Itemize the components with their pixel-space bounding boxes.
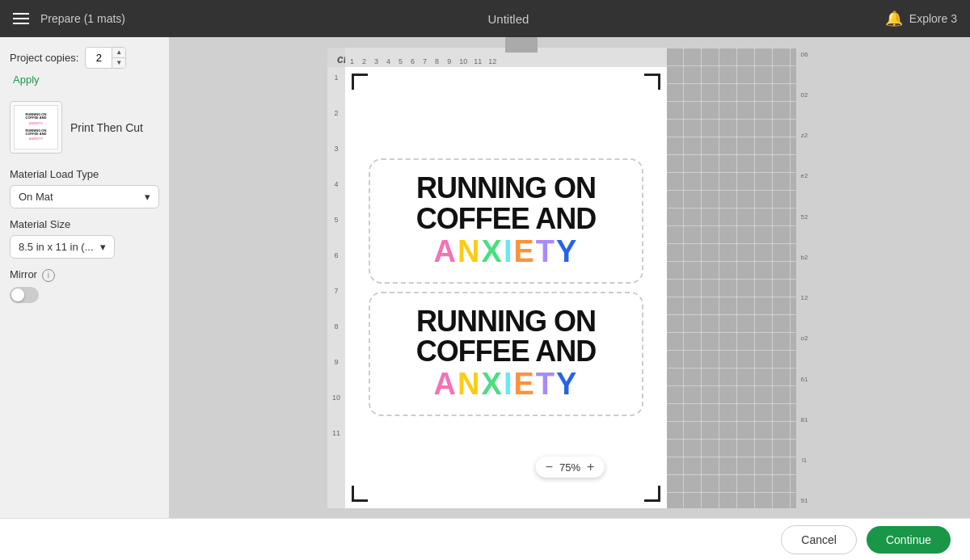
sticker1-line1: RUNNING ON	[416, 173, 596, 204]
mirror-label: Mirror	[10, 268, 37, 280]
dropdown-chevron-icon: ▾	[145, 191, 150, 203]
ruler-left-2: 2	[334, 109, 338, 117]
anxiety-n1: N	[458, 234, 481, 269]
ruler-12: 12	[488, 57, 496, 65]
right-r-4: e2	[801, 172, 808, 179]
right-r-5: 52	[801, 213, 808, 221]
right-r-12: 91	[801, 497, 808, 504]
ruler-1: 1	[350, 57, 354, 65]
ruler-left-4: 4	[334, 180, 338, 188]
ruler-6: 6	[411, 57, 415, 65]
ruler-left-1: 1	[334, 74, 338, 82]
right-r-2: 02	[801, 91, 808, 99]
ruler-5: 5	[399, 57, 403, 65]
anxiety-t1: T	[536, 234, 556, 269]
apply-button[interactable]: Apply	[13, 74, 40, 86]
ruler-left-9: 9	[334, 358, 338, 366]
mirror-row: Mirror i	[10, 268, 159, 282]
material-load-type-section: Material Load Type On Mat ▾	[10, 168, 159, 208]
anxiety2-a: A	[434, 367, 458, 402]
document-title: Untitled	[132, 12, 885, 26]
anxiety-x1: X	[482, 234, 504, 269]
zoom-in-button[interactable]: +	[587, 461, 594, 474]
sticker1-anxiety: A N X I E T Y	[434, 234, 579, 269]
ruler-9: 9	[447, 57, 451, 65]
copies-input[interactable]	[86, 49, 112, 66]
copies-arrows: ▲ ▼	[112, 48, 125, 68]
ruler-4: 4	[386, 57, 390, 65]
material-size-label: Material Size	[10, 218, 159, 230]
mat-thumb-inner: RUNNING ONCOFFEE AND ANXIETY RUNNING ONC…	[14, 105, 58, 149]
ruler-11: 11	[474, 57, 482, 65]
sidebar: Project copies: ▲ ▼ Apply RUNNING ONCOFF…	[0, 37, 170, 518]
mirror-section: Mirror i	[10, 268, 159, 303]
mirror-toggle[interactable]	[10, 287, 39, 303]
anxiety2-n: N	[458, 367, 481, 402]
anxiety-y1: Y	[556, 234, 578, 269]
corner-bl	[352, 486, 368, 502]
ruler-left-7: 7	[334, 287, 338, 295]
anxiety2-x: X	[482, 367, 504, 402]
sticker-1: RUNNING ON COFFEE AND A N X I E T Y	[369, 158, 643, 284]
continue-button[interactable]: Continue	[867, 526, 951, 554]
mat-label: Print Then Cut	[70, 121, 143, 134]
anxiety-e1: E	[513, 234, 535, 269]
material-size-section: Material Size 8.5 in x 11 in (... ▾	[10, 218, 159, 259]
notification-icon[interactable]: 🔔	[885, 10, 903, 27]
header: Prepare (1 mats) Untitled 🔔 Explore 3	[0, 0, 970, 37]
project-copies-label: Project copies:	[10, 52, 78, 64]
white-cutting-mat: cricut 1 2 3 4 5 6 7 8 9 10 11 12	[327, 48, 667, 508]
mat-container: cricut 1 2 3 4 5 6 7 8 9 10 11 12	[327, 48, 812, 508]
right-r-1: 06	[801, 51, 808, 58]
header-right: 🔔 Explore 3	[885, 10, 957, 27]
prepare-label: Prepare (1 mats)	[40, 12, 125, 25]
anxiety2-i: I	[504, 367, 514, 402]
print-area: RUNNING ON COFFEE AND A N X I E T Y	[345, 67, 667, 508]
right-r-7: 12	[801, 294, 808, 301]
ruler-left-10: 10	[332, 394, 340, 402]
ruler-left-11: 11	[332, 429, 340, 437]
on-mat-value: On Mat	[19, 191, 53, 203]
cancel-button[interactable]: Cancel	[781, 525, 857, 554]
zoom-out-button[interactable]: −	[546, 461, 553, 474]
ruler-left: 1 2 3 4 5 6 7 8 9 10 11	[327, 67, 345, 508]
copies-input-wrap: ▲ ▼	[85, 47, 126, 69]
anxiety-a1: A	[434, 234, 458, 269]
anxiety-i1: I	[504, 234, 514, 269]
mat-thumbnail: RUNNING ONCOFFEE AND ANXIETY RUNNING ONC…	[10, 101, 62, 154]
corner-tl	[352, 74, 368, 90]
ruler-2: 2	[362, 57, 366, 65]
project-copies-row: Project copies: ▲ ▼	[10, 47, 159, 69]
corner-tr	[644, 74, 660, 90]
right-r-3: z2	[801, 132, 808, 139]
zoom-control: − 75% +	[536, 457, 605, 478]
mirror-info-icon[interactable]: i	[42, 269, 55, 282]
mat-preview: RUNNING ONCOFFEE AND ANXIETY RUNNING ONC…	[10, 96, 159, 158]
copies-up-button[interactable]: ▲	[112, 48, 125, 58]
canvas-area: cricut 1 2 3 4 5 6 7 8 9 10 11 12	[170, 37, 970, 518]
sticker1-line2: COFFEE AND	[416, 204, 597, 234]
ruler-left-3: 3	[334, 145, 338, 153]
material-size-dropdown[interactable]: 8.5 in x 11 in (... ▾	[10, 235, 115, 259]
main-content: Project copies: ▲ ▼ Apply RUNNING ONCOFF…	[0, 37, 970, 518]
corner-br	[644, 486, 660, 502]
sticker2-line2: COFFEE AND	[416, 336, 597, 367]
zoom-level: 75%	[559, 461, 580, 474]
mat-handle	[505, 37, 538, 53]
material-load-type-label: Material Load Type	[10, 168, 159, 180]
right-r-9: 61	[801, 376, 808, 383]
menu-button[interactable]	[13, 13, 29, 24]
material-size-value: 8.5 in x 11 in (...	[19, 241, 94, 253]
sticker2-line1: RUNNING ON	[416, 306, 596, 337]
ruler-3: 3	[374, 57, 378, 65]
ruler-10: 10	[459, 57, 467, 65]
anxiety2-t: T	[536, 367, 556, 402]
size-chevron-icon: ▾	[100, 241, 106, 253]
info-text: i	[48, 271, 49, 280]
right-ruler: 06 02 z2 e2 52 b2 12 o2 61 81 l1 91	[796, 48, 812, 508]
sticker-2: RUNNING ON COFFEE AND A N X I E T Y	[369, 292, 643, 417]
ruler-7: 7	[423, 57, 427, 65]
material-load-dropdown[interactable]: On Mat ▾	[10, 185, 159, 208]
anxiety2-e: E	[513, 367, 535, 402]
copies-down-button[interactable]: ▼	[112, 58, 125, 68]
